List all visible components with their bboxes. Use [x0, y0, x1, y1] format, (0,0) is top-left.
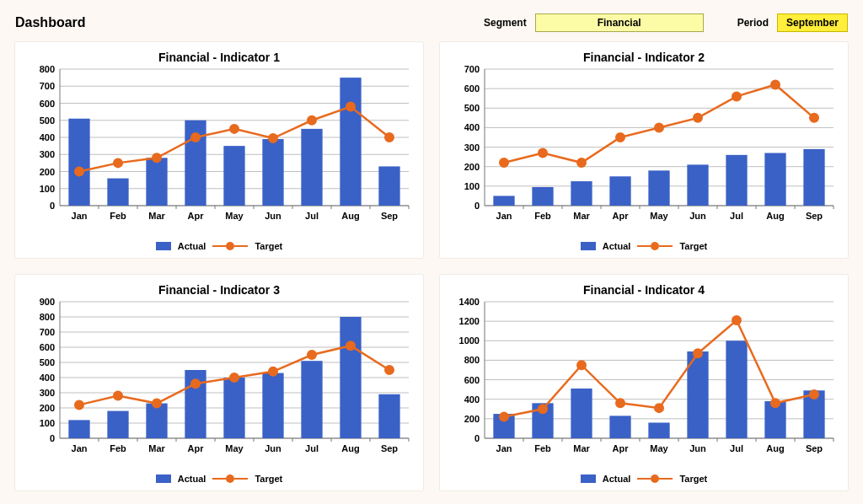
svg-text:Mar: Mar: [573, 443, 590, 453]
svg-text:600: 600: [40, 342, 55, 352]
page-title: Dashboard: [15, 15, 86, 30]
topbar: Dashboard Segment Financial Period Septe…: [15, 13, 848, 32]
svg-point-214: [577, 361, 586, 369]
legend: Actual Target: [440, 241, 848, 251]
svg-text:Sep: Sep: [806, 211, 823, 221]
dashboard-page: { "header": { "title": "Dashboard", "seg…: [0, 0, 863, 504]
svg-text:Jun: Jun: [689, 211, 706, 221]
svg-text:May: May: [225, 443, 244, 453]
period-label: Period: [737, 17, 769, 29]
svg-text:Feb: Feb: [110, 443, 126, 453]
svg-text:Feb: Feb: [534, 211, 551, 221]
svg-point-48: [153, 153, 161, 162]
svg-text:1400: 1400: [459, 297, 480, 307]
svg-text:0: 0: [50, 201, 55, 211]
svg-point-164: [308, 351, 316, 359]
svg-text:700: 700: [40, 81, 55, 91]
legend-actual: Actual: [178, 241, 206, 251]
svg-text:Jun: Jun: [265, 443, 281, 453]
svg-rect-88: [687, 164, 708, 206]
svg-text:Apr: Apr: [613, 211, 630, 221]
svg-point-216: [655, 404, 663, 412]
svg-text:300: 300: [40, 388, 55, 398]
chart-card-1: Financial - Indicator 1 0100200300400500…: [15, 42, 423, 258]
svg-text:Sep: Sep: [806, 443, 823, 453]
legend-line-swatch: [637, 242, 673, 250]
svg-point-53: [346, 103, 355, 111]
svg-point-166: [385, 366, 394, 374]
legend-actual: Actual: [178, 474, 206, 484]
svg-rect-40: [340, 78, 361, 206]
legend-bar-swatch: [156, 242, 171, 250]
svg-point-106: [732, 92, 741, 100]
legend: Actual Target: [440, 474, 848, 484]
svg-text:Sep: Sep: [381, 211, 398, 221]
chart-title: Financial - Indicator 2: [440, 42, 848, 64]
legend-bar-swatch: [156, 475, 171, 483]
legend-line-swatch: [212, 242, 248, 250]
svg-rect-25: [146, 158, 167, 206]
svg-point-159: [114, 392, 122, 400]
svg-point-163: [269, 367, 277, 376]
svg-point-105: [694, 114, 702, 122]
svg-point-54: [385, 133, 394, 142]
svg-text:Apr: Apr: [613, 443, 630, 453]
chart-title: Financial - Indicator 3: [15, 275, 423, 297]
svg-point-51: [269, 134, 277, 142]
svg-rect-134: [107, 411, 128, 438]
svg-rect-34: [262, 139, 283, 206]
svg-point-212: [500, 413, 508, 421]
svg-text:0: 0: [50, 433, 55, 443]
svg-text:Jan: Jan: [496, 443, 512, 453]
svg-text:200: 200: [40, 167, 55, 177]
svg-text:300: 300: [40, 149, 55, 159]
svg-text:Mar: Mar: [148, 211, 165, 221]
svg-point-220: [810, 390, 818, 399]
svg-point-102: [577, 158, 586, 167]
legend-line-swatch: [637, 475, 673, 483]
segment-dropdown[interactable]: Financial: [535, 13, 704, 32]
svg-text:0: 0: [474, 201, 480, 211]
svg-text:Feb: Feb: [534, 443, 551, 453]
svg-text:May: May: [650, 443, 668, 453]
svg-text:Apr: Apr: [188, 211, 205, 221]
svg-rect-137: [146, 404, 167, 438]
svg-rect-76: [532, 187, 553, 206]
svg-rect-149: [301, 361, 322, 438]
period-dropdown[interactable]: September: [777, 13, 848, 32]
svg-rect-79: [571, 181, 592, 206]
svg-point-49: [191, 133, 200, 142]
svg-text:Jan: Jan: [72, 443, 88, 453]
chart-title: Financial - Indicator 1: [15, 42, 423, 64]
legend-target: Target: [255, 241, 282, 251]
svg-text:Jan: Jan: [496, 211, 512, 221]
svg-point-161: [191, 379, 200, 388]
svg-rect-191: [571, 389, 592, 438]
segment-label: Segment: [484, 17, 527, 29]
svg-text:100: 100: [40, 184, 55, 194]
svg-rect-73: [493, 196, 514, 206]
svg-text:Apr: Apr: [188, 443, 205, 453]
svg-rect-203: [726, 340, 747, 438]
svg-point-219: [771, 399, 780, 407]
svg-point-100: [500, 158, 508, 167]
svg-text:Mar: Mar: [148, 443, 165, 453]
svg-rect-194: [609, 416, 630, 438]
svg-text:400: 400: [40, 132, 55, 142]
svg-text:500: 500: [40, 357, 55, 367]
svg-rect-85: [648, 170, 669, 206]
svg-text:Aug: Aug: [341, 211, 359, 221]
svg-rect-131: [68, 420, 89, 438]
chart-svg: 0100200300400500600700JanFebMarAprMayJun…: [446, 64, 842, 231]
svg-text:Feb: Feb: [110, 211, 126, 221]
svg-text:700: 700: [40, 327, 55, 337]
svg-text:500: 500: [464, 103, 480, 113]
svg-point-52: [308, 116, 316, 125]
svg-text:300: 300: [464, 142, 480, 153]
svg-text:600: 600: [464, 83, 480, 94]
svg-point-50: [230, 125, 239, 133]
chart-grid: Financial - Indicator 1 0100200300400500…: [15, 42, 848, 491]
svg-rect-37: [301, 129, 322, 206]
svg-rect-91: [726, 155, 747, 206]
svg-point-162: [230, 373, 239, 382]
